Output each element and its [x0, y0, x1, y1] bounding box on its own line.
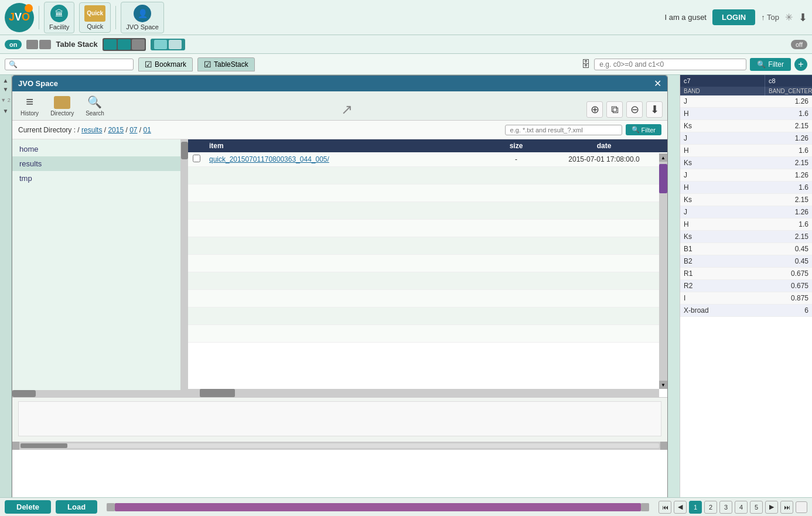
data-cell-band: Ks: [680, 120, 765, 132]
data-cell-center: 0.45: [765, 255, 812, 267]
page-3-btn[interactable]: 3: [719, 501, 732, 514]
bookmark-tab[interactable]: ☑ Bookmark: [138, 57, 193, 71]
page-4-btn[interactable]: 4: [735, 501, 748, 514]
search-modal-icon: 🔍: [87, 95, 103, 109]
search-input[interactable]: [20, 60, 125, 69]
nav-up-icon[interactable]: ▲: [1, 77, 11, 84]
modal-text-area[interactable]: [18, 401, 661, 436]
main-hscroll-left[interactable]: [107, 503, 115, 511]
filter-label: Filter: [768, 60, 784, 69]
hscroll-left-btn[interactable]: [12, 442, 19, 450]
file-row-empty3: [188, 202, 667, 220]
col-check-header: [193, 142, 209, 150]
filter-button[interactable]: 🔍 Filter: [750, 58, 791, 71]
logo-dot: [25, 4, 33, 12]
file-tree: home results tmp: [12, 139, 181, 397]
load-button[interactable]: Load: [56, 500, 97, 514]
breadcrumb-year[interactable]: 2015: [108, 126, 124, 134]
jvo-space-icon: 👤: [134, 5, 151, 22]
page-next-btn[interactable]: ▶: [765, 501, 778, 514]
file-row-empty7: [188, 272, 667, 290]
col-c7-header: c7: [680, 75, 765, 87]
download-icon[interactable]: ⬇: [799, 11, 807, 24]
delete-button[interactable]: Delete: [5, 500, 51, 514]
modal-body: home results tmp: [12, 139, 667, 397]
tree-vscroll[interactable]: [181, 139, 188, 397]
modal-bottom-hscroll[interactable]: [12, 442, 667, 450]
toggle-off-btn[interactable]: off: [791, 40, 807, 49]
modal-copy-icon[interactable]: ⧉: [606, 101, 623, 118]
top-link[interactable]: ↑ Top: [761, 13, 779, 22]
breadcrumb-day[interactable]: 01: [144, 126, 151, 134]
data-cell-band: Ks: [680, 231, 765, 242]
file-list-header: item size date: [188, 139, 667, 152]
data-cell-center: 0.675: [765, 280, 812, 292]
file-list-hscroll[interactable]: [188, 389, 659, 397]
quick-label: Quick: [87, 23, 103, 30]
tree-item-results[interactable]: results: [12, 156, 180, 171]
vscroll-down-btn[interactable]: ▼: [659, 381, 667, 389]
view-btn-2[interactable]: [118, 39, 131, 50]
breadcrumb-month[interactable]: 07: [129, 126, 137, 134]
facility-button[interactable]: 🏛 Facility: [44, 2, 74, 33]
page-prev-btn[interactable]: ◀: [674, 501, 687, 514]
modal-delete-icon[interactable]: ⊖: [626, 101, 643, 118]
directory-icon: [54, 96, 70, 109]
quick-button[interactable]: Quick Quick: [79, 2, 111, 33]
dir-filter-button[interactable]: 🔍 Filter: [626, 124, 661, 135]
history-button[interactable]: ≡ History: [17, 94, 42, 118]
hscroll-track: [21, 443, 659, 448]
file-item-name[interactable]: quick_20150701170800363_044_005/: [209, 155, 487, 163]
view-btn-5[interactable]: [169, 40, 182, 49]
page-5-btn[interactable]: 5: [750, 501, 763, 514]
data-cell-band: Ks: [680, 157, 765, 169]
modal-footer: [12, 397, 667, 442]
vscroll-thumb[interactable]: [659, 164, 667, 193]
data-cell-center: 2.15: [765, 194, 812, 206]
data-cell-band: R1: [680, 268, 765, 279]
filter-input[interactable]: [594, 59, 746, 70]
jvo-space-button[interactable]: 👤 JVO Space: [121, 2, 164, 33]
view-btn-3[interactable]: [132, 39, 145, 50]
modal-download-icon[interactable]: ⬇: [646, 101, 663, 118]
search-modal-button[interactable]: 🔍 Search: [82, 94, 108, 118]
user-text: I am a guset: [664, 13, 707, 22]
main-hscroll-right[interactable]: [641, 503, 649, 511]
main-hscroll-bar[interactable]: [107, 503, 649, 511]
page-last-btn[interactable]: ⏭: [780, 501, 793, 514]
expand-page-btn[interactable]: [796, 501, 807, 513]
page-2-btn[interactable]: 2: [704, 501, 717, 514]
file-item-date: 2015-07-01 17:08:00.0: [545, 155, 663, 163]
file-checkbox[interactable]: [193, 155, 209, 164]
table-stack-label: Table Stack: [56, 40, 97, 49]
hscroll-right-btn[interactable]: [660, 442, 667, 450]
vscroll-up-btn[interactable]: ▲: [659, 153, 667, 162]
directory-button[interactable]: Directory: [47, 95, 77, 118]
expand-icon[interactable]: ▼: [1, 108, 11, 114]
view-btn-4[interactable]: [154, 40, 167, 49]
page-1-btn[interactable]: 1: [689, 501, 702, 514]
tree-hscroll[interactable]: [12, 390, 181, 397]
dir-filter-input[interactable]: [505, 125, 622, 135]
breadcrumb-prefix: Current Directory : /: [18, 126, 80, 134]
second-bar: on Table Stack off: [0, 35, 812, 54]
tablestack-tab[interactable]: ☑ TableStack: [197, 57, 255, 71]
breadcrumb-results[interactable]: results: [81, 126, 102, 134]
bookmark-checkbox[interactable]: ☑: [145, 60, 152, 69]
view-controls: ▲ ▼ ▼ 2 ▼: [0, 75, 12, 497]
nav-down-icon[interactable]: ▼: [1, 86, 11, 93]
page-first-btn[interactable]: ⏮: [659, 501, 671, 514]
tree-item-home[interactable]: home: [12, 142, 180, 156]
toggle-switch[interactable]: on: [5, 40, 51, 49]
add-button[interactable]: +: [794, 58, 807, 71]
data-cell-center: 2.15: [765, 231, 812, 242]
toggle-on[interactable]: on: [5, 40, 22, 49]
tablestack-checkbox[interactable]: ☑: [204, 60, 211, 69]
tree-item-tmp[interactable]: tmp: [12, 171, 180, 186]
file-row-empty: [188, 167, 667, 184]
file-list-vscroll[interactable]: ▲ ▼: [659, 153, 667, 389]
view-btn-1[interactable]: [104, 39, 117, 50]
modal-move-icon[interactable]: ⊕: [586, 101, 603, 118]
modal-close-button[interactable]: ✕: [654, 78, 661, 89]
login-button[interactable]: LOGIN: [712, 9, 755, 25]
